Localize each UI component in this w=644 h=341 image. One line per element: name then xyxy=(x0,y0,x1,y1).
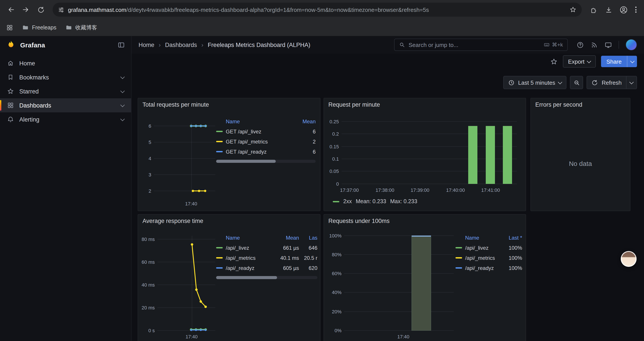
under-100ms-chart xyxy=(344,234,454,335)
folder-icon xyxy=(65,24,72,31)
sidebar-item-label: Bookmarks xyxy=(19,74,49,81)
legend-col-mean[interactable]: Mean xyxy=(294,119,316,125)
browser-menu-icon[interactable] xyxy=(632,3,640,16)
apps-grid-icon[interactable] xyxy=(6,24,13,31)
y-tick: 80% xyxy=(326,252,342,257)
x-tick: 17:40 xyxy=(397,334,409,339)
sidebar-item-label: Starred xyxy=(19,88,39,95)
address-bar[interactable]: grafana.mathmast.com/d/deytv4rwavabkb/fr… xyxy=(52,3,582,17)
sidebar-nav: Home Bookmarks Starred Dashboards xyxy=(0,56,131,126)
time-range-picker[interactable]: Last 5 minutes xyxy=(503,76,566,89)
legend-max: Max: 0.233 xyxy=(390,198,417,204)
extensions-icon[interactable] xyxy=(587,3,600,16)
y-tick: 4 xyxy=(142,156,151,161)
series-toggle[interactable]: /api/_metrics xyxy=(216,255,274,261)
legend-col-name[interactable]: Name xyxy=(216,235,274,241)
x-tick: 17:39:00 xyxy=(410,187,430,193)
breadcrumb-home[interactable]: Home xyxy=(138,42,154,48)
share-button[interactable]: Share xyxy=(601,56,627,67)
refresh-button[interactable]: Refresh xyxy=(587,76,626,89)
scrollbar-thumb[interactable] xyxy=(216,276,277,279)
x-tick: 17:40 xyxy=(185,201,197,206)
sidebar-item-starred[interactable]: Starred xyxy=(0,84,131,98)
dashboard-actions: Export Share xyxy=(132,54,644,69)
chevron-down-icon[interactable] xyxy=(120,74,125,79)
legend-col-name[interactable]: Name xyxy=(216,119,294,125)
breadcrumb-dashboards[interactable]: Dashboards xyxy=(165,42,197,48)
series-toggle[interactable]: /api/_metrics xyxy=(456,255,499,261)
bookmark-star-icon[interactable] xyxy=(570,6,576,13)
series-toggle[interactable]: GET /api/_readyz xyxy=(216,149,294,155)
y-tick: 100% xyxy=(326,233,342,238)
chevron-down-icon[interactable] xyxy=(120,103,125,107)
sidebar-item-bookmarks[interactable]: Bookmarks xyxy=(0,70,131,84)
panel-title[interactable]: Requests under 100ms xyxy=(328,218,390,224)
legend-row: /api/_metrics 40.1 ms 20.5 r xyxy=(216,253,318,263)
forward-icon[interactable] xyxy=(19,3,32,16)
series-swatch xyxy=(456,247,462,248)
chevron-down-icon[interactable] xyxy=(120,117,125,121)
assistant-avatar-button[interactable] xyxy=(621,251,636,267)
series-swatch xyxy=(216,257,223,258)
panel-title[interactable]: Request per minute xyxy=(328,101,380,108)
scrollbar-thumb[interactable] xyxy=(216,160,276,163)
legend-row: GET /api/_metrics 2 xyxy=(216,137,316,147)
legend-col-last[interactable]: Las xyxy=(299,235,318,241)
sidebar-item-dashboards[interactable]: Dashboards xyxy=(0,98,131,112)
search-placeholder: Search or jump to... xyxy=(408,42,458,48)
dock-sidebar-icon[interactable] xyxy=(118,41,125,49)
export-button[interactable]: Export xyxy=(563,55,596,68)
series-swatch xyxy=(456,257,462,258)
back-icon[interactable] xyxy=(4,3,18,16)
brand-name: Grafana xyxy=(20,41,45,49)
help-icon[interactable] xyxy=(576,41,584,49)
bookmark-item-blogs[interactable]: 收藏博客 xyxy=(65,24,97,31)
panel-title[interactable]: Average response time xyxy=(142,218,203,224)
clock-icon xyxy=(508,79,515,86)
chevron-down-icon xyxy=(630,59,634,63)
bell-icon xyxy=(7,116,14,123)
series-toggle[interactable]: GET /api/_livez xyxy=(216,128,294,135)
series-swatch xyxy=(216,247,223,248)
grafana-logo[interactable] xyxy=(6,40,16,50)
y-tick: 0% xyxy=(326,328,342,333)
legend-row: /api/_metrics 100% xyxy=(456,253,522,263)
chevron-down-icon[interactable] xyxy=(120,88,125,93)
download-icon[interactable] xyxy=(602,3,615,16)
panel-title[interactable]: Errors per second xyxy=(535,101,582,108)
panel-title[interactable]: Total requests per minute xyxy=(142,101,209,108)
profile-icon[interactable] xyxy=(617,3,630,16)
refresh-icon xyxy=(592,79,598,86)
zoom-out-button[interactable] xyxy=(570,76,583,89)
x-tick: 17:38:00 xyxy=(376,187,394,193)
news-rss-icon[interactable] xyxy=(590,41,598,49)
share-menu-button[interactable] xyxy=(627,56,637,67)
series-toggle[interactable]: /api/_livez xyxy=(216,245,274,251)
sidebar-item-alerting[interactable]: Alerting xyxy=(0,112,131,126)
user-avatar[interactable] xyxy=(626,39,637,51)
legend-row: GET /api/_readyz 6 xyxy=(216,147,316,157)
series-toggle[interactable]: 2xx xyxy=(343,198,352,204)
series-toggle[interactable]: /api/_readyz xyxy=(216,265,274,271)
bookmark-label: 收藏博客 xyxy=(75,24,97,31)
url-text[interactable]: grafana.mathmast.com/d/deytv4rwavabkb/fr… xyxy=(68,6,566,13)
breadcrumb-current: Freeleaps Metrics Dashboard (ALPHA) xyxy=(208,42,310,48)
legend-col-mean[interactable]: Mean xyxy=(274,235,299,241)
sidebar-item-home[interactable]: Home xyxy=(0,56,131,70)
series-toggle[interactable]: /api/_livez xyxy=(456,245,499,251)
refresh-interval-button[interactable] xyxy=(626,76,637,89)
site-settings-icon[interactable] xyxy=(58,6,64,13)
series-toggle[interactable]: GET /api/_metrics xyxy=(216,138,294,145)
search-input[interactable]: Search or jump to... ⌘+k xyxy=(394,39,568,51)
y-tick: 5 xyxy=(142,140,151,145)
bookmark-item-freeleaps[interactable]: Freeleaps xyxy=(22,24,56,31)
legend-col-name[interactable]: Name xyxy=(456,235,499,241)
favorite-star-icon[interactable] xyxy=(550,58,558,65)
series-toggle[interactable]: /api/_readyz xyxy=(456,265,499,271)
legend-col-last[interactable]: Last * xyxy=(499,235,522,241)
tv-kiosk-icon[interactable] xyxy=(604,41,612,49)
chevron-down-icon xyxy=(587,59,592,63)
browser-toolbar: grafana.mathmast.com/d/deytv4rwavabkb/fr… xyxy=(0,0,644,19)
y-tick: 3 xyxy=(142,172,151,177)
reload-icon[interactable] xyxy=(34,3,47,16)
